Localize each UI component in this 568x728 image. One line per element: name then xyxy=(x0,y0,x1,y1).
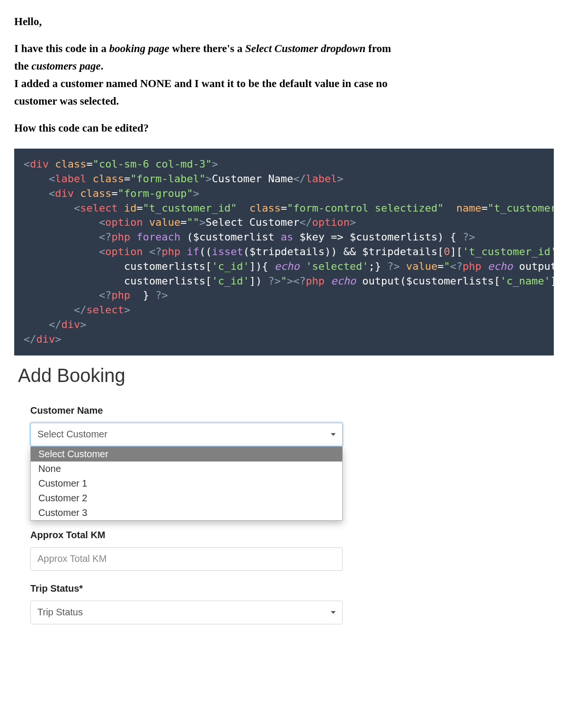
intro-line-1: I have this code in a booking page where… xyxy=(14,41,554,56)
approx-input[interactable] xyxy=(37,553,336,564)
dropdown-option[interactable]: Customer 1 xyxy=(31,476,342,491)
dropdown-option[interactable]: Select Customer xyxy=(31,447,342,462)
dropdown-option[interactable]: None xyxy=(31,462,342,476)
status-select[interactable]: Trip Status xyxy=(30,601,343,624)
code-block: <div class="col-sm-6 col-md-3"> <label c… xyxy=(14,149,554,355)
status-group: Trip Status* Trip Status xyxy=(30,583,355,624)
customer-dropdown-list: Select Customer None Customer 1 Customer… xyxy=(30,446,343,521)
customer-label: Customer Name xyxy=(30,405,355,416)
status-select-value: Trip Status xyxy=(37,607,83,618)
question-intro: Hello, I have this code in a booking pag… xyxy=(14,14,554,135)
intro-line-3: I added a customer named NONE and I want… xyxy=(14,76,554,91)
greeting: Hello, xyxy=(14,14,554,29)
dropdown-option[interactable]: Customer 2 xyxy=(31,491,342,506)
intro-line-4: customer was selected. xyxy=(14,94,554,108)
approx-label: Approx Total KM xyxy=(30,530,355,541)
customer-select[interactable]: Select Customer xyxy=(30,423,343,446)
approx-group: Approx Total KM xyxy=(30,530,355,571)
form-screenshot: Add Booking Customer Name Select Custome… xyxy=(14,365,364,624)
chevron-down-icon xyxy=(331,433,336,436)
intro-line-2: the customers page. xyxy=(14,59,554,73)
page-title: Add Booking xyxy=(18,365,364,386)
customer-select-value: Select Customer xyxy=(37,429,107,440)
customer-group: Customer Name Select Customer Select Cus… xyxy=(30,405,355,446)
approx-input-wrap[interactable] xyxy=(30,547,343,571)
intro-question: How this code can be edited? xyxy=(14,121,554,135)
status-label: Trip Status* xyxy=(30,583,355,594)
chevron-down-icon xyxy=(331,611,336,614)
dropdown-option[interactable]: Customer 3 xyxy=(31,506,342,520)
